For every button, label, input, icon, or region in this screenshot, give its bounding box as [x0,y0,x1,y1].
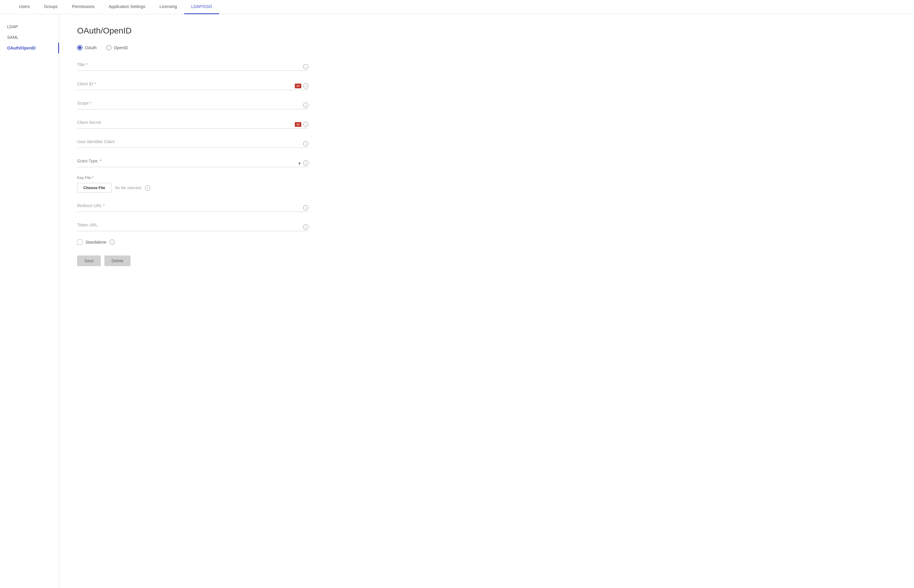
no-file-text: No file selected [115,186,141,190]
page-title: OAuth/OpenID [77,26,309,36]
grant-type-dropdown-arrow: ▼ [298,162,301,166]
standalone-checkbox[interactable] [77,239,83,245]
main-content: OAuth/OpenID OAuth OpenID i [59,14,326,588]
client-secret-field-wrapper: i [77,118,309,129]
redirect-url-info-icon[interactable]: i [303,205,309,210]
client-id-field-wrapper: i [77,79,309,90]
user-identifier-claim-info-icon[interactable]: i [303,141,309,146]
radio-openid-circle [106,45,112,50]
token-url-field: i [77,220,309,231]
sidebar-item-ldap[interactable]: LDAP [0,21,59,32]
tab-groups[interactable]: Groups [37,0,65,14]
tab-users[interactable]: Users [12,0,37,14]
radio-oauth-circle [77,45,83,50]
title-field: i [77,60,309,71]
standalone-label: Standalone [86,240,107,244]
title-field-icons: i [303,64,309,69]
radio-openid[interactable]: OpenID [106,45,128,50]
token-url-wrapper: i [77,220,309,231]
client-id-input[interactable] [77,79,295,89]
client-secret-field: i [77,118,309,129]
scope-field-icons: i [303,103,309,108]
delete-button[interactable]: Delete [104,255,131,266]
scope-input[interactable] [77,99,303,108]
title-field-wrapper: i [77,60,309,71]
tab-application-settings[interactable]: Application Settings [102,0,152,14]
grant-type-field: Grant Type. * ▼ i [77,156,309,167]
token-url-icons: i [303,225,309,230]
page-layout: LDAP SAML OAuth/OpenID OAuth/OpenID OAut… [0,14,914,588]
tab-licensing[interactable]: Licensing [152,0,184,14]
standalone-row: Standalone i [77,239,309,245]
key-file-section: Key File * Choose File No file selected … [77,176,309,193]
grant-type-select[interactable]: Grant Type. * [77,156,298,166]
radio-oauth-label: OAuth [85,45,97,50]
scope-field: i [77,99,309,109]
redirect-url-icons: i [303,205,309,210]
client-id-secret-icon [295,84,301,88]
top-navigation: Users Groups Permissions Application Set… [0,0,914,14]
title-input[interactable] [77,60,303,69]
client-id-field: i [77,79,309,90]
client-secret-field-icons: i [295,122,309,127]
save-button[interactable]: Save [77,255,101,266]
token-url-input[interactable] [77,220,303,230]
client-secret-info-icon[interactable]: i [303,122,309,127]
radio-openid-label: OpenID [114,45,128,50]
redirect-url-input[interactable] [77,201,303,210]
grant-type-info-icon[interactable]: i [303,160,309,166]
user-identifier-claim-field: i [77,137,309,148]
title-info-icon[interactable]: i [303,64,309,69]
sidebar-item-oauth-openid[interactable]: OAuth/OpenID [0,43,59,53]
key-file-row: Choose File No file selected i [77,183,309,193]
redirect-url-field: i [77,201,309,212]
user-identifier-claim-input[interactable] [77,137,303,146]
key-file-label: Key File * [77,176,309,180]
tab-ldap-sso[interactable]: LDAP/SSO [184,0,219,14]
redirect-url-wrapper: i [77,201,309,212]
client-id-field-icons: i [295,83,309,89]
scope-field-wrapper: i [77,99,309,109]
user-identifier-claim-icons: i [303,141,309,146]
tab-permissions[interactable]: Permissions [65,0,102,14]
token-url-info-icon[interactable]: i [303,225,309,230]
user-identifier-claim-wrapper: i [77,137,309,148]
sidebar-item-saml[interactable]: SAML [0,32,59,43]
key-file-info-icon[interactable]: i [145,185,150,191]
auth-type-radio-group: OAuth OpenID [77,45,309,50]
scope-info-icon[interactable]: i [303,103,309,108]
grant-type-icons: i [303,160,309,166]
grant-type-wrapper: Grant Type. * ▼ i [77,156,309,167]
choose-file-button[interactable]: Choose File [77,183,112,193]
client-secret-input[interactable] [77,118,295,127]
client-secret-secret-icon [295,122,301,127]
action-buttons: Save Delete [77,255,309,266]
radio-oauth[interactable]: OAuth [77,45,97,50]
client-id-info-icon[interactable]: i [303,83,309,89]
sidebar: LDAP SAML OAuth/OpenID [0,14,59,588]
standalone-info-icon[interactable]: i [110,239,115,245]
